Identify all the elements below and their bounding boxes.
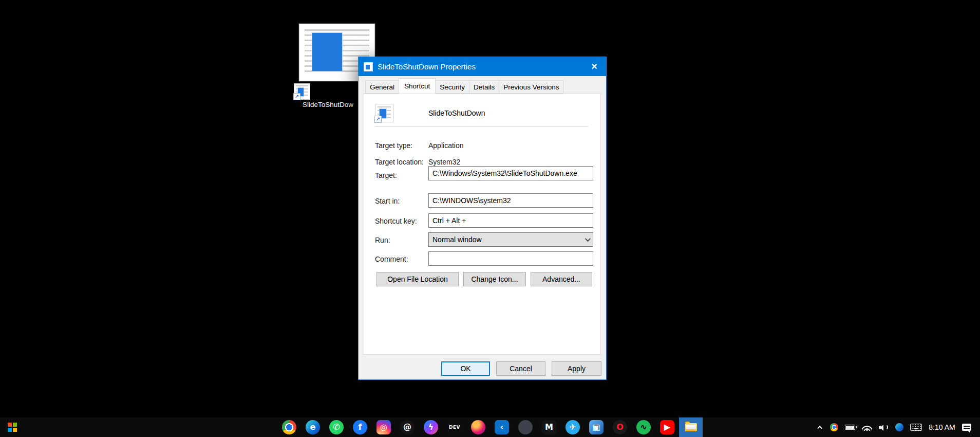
taskbar-app-messenger[interactable]: ϟ xyxy=(419,417,443,437)
shortcut-arrow-icon: ↗ xyxy=(374,116,382,123)
shortcut-key-input[interactable] xyxy=(428,213,593,228)
tab-label: Details xyxy=(474,83,495,91)
taskbar-app-medium[interactable]: M xyxy=(537,417,561,437)
taskbar-app-telegram[interactable]: ✈ xyxy=(561,417,585,437)
tab-security[interactable]: Security xyxy=(435,80,469,94)
taskbar-app-photos[interactable]: ▣ xyxy=(585,417,608,437)
taskbar-app-facebook[interactable]: f xyxy=(348,417,372,437)
tab-shortcut[interactable]: Shortcut xyxy=(399,78,436,94)
taskbar-app-dev[interactable]: DEV xyxy=(443,417,466,437)
taskbar-app-file-explorer[interactable] xyxy=(679,417,703,437)
target-label: Target: xyxy=(375,171,397,179)
dialog-title: SlideToShutDown Properties xyxy=(378,62,582,71)
close-icon[interactable]: × xyxy=(582,57,606,76)
target-location-value: System32 xyxy=(428,158,460,166)
taskbar-app-firefox[interactable] xyxy=(466,417,490,437)
action-center-icon[interactable] xyxy=(962,424,971,431)
properties-dialog: SlideToShutDown Properties × General Sho… xyxy=(358,57,607,380)
tab-general[interactable]: General xyxy=(365,80,399,94)
system-tray: 8:10 AM xyxy=(811,417,980,437)
shortcut-icon: ↗ xyxy=(375,104,393,122)
taskbar-app-threads[interactable]: @ xyxy=(395,417,419,437)
desktop-shortcut-label[interactable]: SlideToShutDow xyxy=(303,101,358,108)
taskbar-app-spotify[interactable]: ∿ xyxy=(632,417,655,437)
start-button[interactable] xyxy=(0,417,25,437)
tab-label: General xyxy=(370,83,394,91)
shortcut-tab-page: ↗ SlideToShutDown Target type: Applicati… xyxy=(364,94,601,355)
comment-label: Comment: xyxy=(375,255,408,263)
run-combobox[interactable]: Normal window xyxy=(428,232,593,247)
taskbar-app-opera[interactable]: O xyxy=(608,417,632,437)
tab-previous-versions[interactable]: Previous Versions xyxy=(499,80,563,94)
app-window-icon xyxy=(364,62,373,71)
target-input[interactable] xyxy=(428,166,593,180)
target-location-label: Target location: xyxy=(375,158,424,166)
tab-label: Security xyxy=(440,83,465,91)
taskbar-pinned-apps: e ✆ f xyxy=(277,417,703,437)
cancel-button[interactable]: Cancel xyxy=(496,361,545,376)
volume-icon[interactable] xyxy=(879,424,889,431)
touch-keyboard-icon[interactable] xyxy=(910,424,922,431)
start-in-input[interactable] xyxy=(428,193,593,208)
advanced-button[interactable]: Advanced... xyxy=(531,272,592,286)
network-icon[interactable] xyxy=(862,424,872,431)
chevron-down-icon xyxy=(585,236,591,242)
shortcut-name: SlideToShutDown xyxy=(428,109,485,117)
taskbar: e ✆ f xyxy=(0,417,980,437)
start-in-label: Start in: xyxy=(375,197,400,205)
desktop-shortcut-icon[interactable]: ↗ xyxy=(294,83,310,100)
clock[interactable]: 8:10 AM xyxy=(929,423,955,431)
taskbar-app-whatsapp[interactable]: ✆ xyxy=(325,417,348,437)
windows-logo-icon xyxy=(8,423,17,432)
dialog-tabs: General Shortcut Security Details Previo… xyxy=(366,80,563,94)
tray-chrome-icon[interactable] xyxy=(830,423,838,431)
divider xyxy=(375,126,588,126)
tab-details[interactable]: Details xyxy=(469,80,499,94)
shortcut-key-label: Shortcut key: xyxy=(375,217,417,225)
desktop: ↗ SlideToShutDow SlideToShutDown Propert… xyxy=(0,0,980,437)
open-file-location-button[interactable]: Open File Location xyxy=(376,272,459,286)
target-type-value: Application xyxy=(428,141,464,150)
target-type-label: Target type: xyxy=(375,141,412,150)
taskbar-app-instagram[interactable]: ◎ xyxy=(372,417,395,437)
change-icon-button[interactable]: Change Icon... xyxy=(463,272,526,286)
shortcut-arrow-icon: ↗ xyxy=(293,93,300,100)
run-label: Run: xyxy=(375,236,390,244)
run-value: Normal window xyxy=(432,235,482,244)
tab-label: Previous Versions xyxy=(503,83,559,91)
ok-button[interactable]: OK xyxy=(441,361,490,376)
taskbar-app-vscode[interactable]: ‹ xyxy=(490,417,514,437)
comment-input[interactable] xyxy=(428,251,593,266)
apply-button[interactable]: Apply xyxy=(552,361,601,376)
show-hidden-icons-button[interactable] xyxy=(817,424,823,430)
window-pane-graphic xyxy=(312,32,343,71)
battery-icon[interactable] xyxy=(845,425,855,430)
folder-icon xyxy=(685,423,697,431)
dialog-titlebar[interactable]: SlideToShutDown Properties × xyxy=(359,57,606,76)
taskbar-app-youtube[interactable]: ▶ xyxy=(655,417,679,437)
tray-edge-icon[interactable] xyxy=(895,423,903,431)
taskbar-app-edge[interactable]: e xyxy=(301,417,325,437)
tab-label: Shortcut xyxy=(404,82,430,90)
taskbar-app-chrome[interactable] xyxy=(277,417,301,437)
taskbar-app-github[interactable] xyxy=(514,417,537,437)
